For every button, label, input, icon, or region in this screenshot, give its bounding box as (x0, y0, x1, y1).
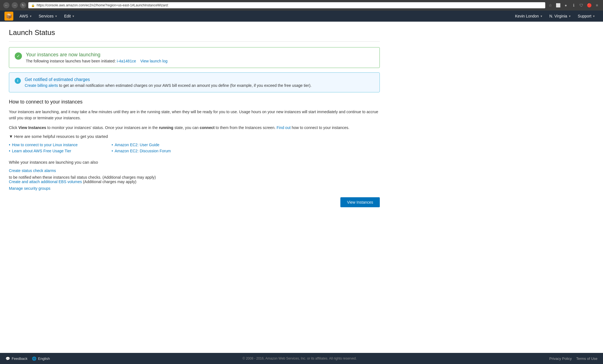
running-bold: running (159, 125, 173, 130)
info-icon[interactable]: ℹ (571, 2, 576, 8)
user-chevron-icon: ▼ (540, 15, 543, 18)
info-desc: Create billing alerts to get an email no… (25, 83, 311, 88)
connect-para2-suffix: to them from the Instances screen. (215, 125, 277, 130)
menu-icon[interactable]: ≡ (594, 2, 600, 8)
region-menu[interactable]: N. Virginia ▼ (546, 11, 574, 22)
connect-para2-middle2: state, you can (173, 125, 200, 130)
action-2-suffix: (Additional charges may apply) (83, 180, 136, 184)
reload-button[interactable]: ↻ (20, 2, 26, 8)
extension-icon[interactable]: 🔴 (586, 2, 592, 8)
manage-security-groups-link[interactable]: Manage security groups (9, 186, 380, 191)
shield-icon[interactable]: 🛡 (579, 2, 584, 8)
aws-chevron-icon: ▼ (29, 15, 32, 18)
action-1-suffix: to be notified when these instances fail… (9, 175, 156, 180)
star-icon[interactable]: ☆ (547, 2, 553, 8)
resource-link-user-guide[interactable]: Amazon EC2: User Guide (112, 143, 203, 147)
main-content: Launch Status ✓ Your instances are now l… (0, 22, 389, 229)
find-out-link[interactable]: Find out (277, 125, 291, 130)
browser-actions: ☆ ⬜ ● ℹ 🛡 🔴 ≡ (547, 2, 600, 8)
connect-heading: How to connect to your instances (9, 99, 380, 105)
actions-list: Create status check alarms to be notifie… (9, 168, 380, 191)
edit-label: Edit (64, 14, 71, 18)
forward-button[interactable]: → (12, 2, 18, 8)
support-label: Support (578, 14, 591, 18)
edit-chevron-icon: ▼ (72, 15, 75, 18)
connect-bold: connect (200, 125, 215, 130)
view-instances-bold: View Instances (18, 125, 46, 130)
services-menu[interactable]: Services ▼ (35, 11, 61, 22)
create-billing-alerts-link[interactable]: Create billing alerts (25, 83, 58, 88)
resource-link-linux[interactable]: How to connect to your Linux instance (9, 143, 100, 147)
nav-right: Kevin London ▼ N. Virginia ▼ Support ▼ (512, 11, 599, 22)
resource-link-free-tier[interactable]: Learn about AWS Free Usage Tier (9, 149, 100, 153)
page-divider (9, 41, 380, 42)
connect-para2-prefix: Click (9, 125, 18, 130)
view-instances-container: View Instances (9, 197, 380, 207)
aws-home-link[interactable]: AWS ▼ (16, 11, 35, 22)
resources-heading-text: ▼ Here are some helpful resources to get… (9, 134, 108, 139)
user-icon[interactable]: ● (563, 2, 569, 8)
while-launching-heading: While your instances are launching you c… (9, 160, 380, 165)
action-item-3: Manage security groups (9, 186, 380, 191)
connect-para1-text: Your instances are launching, and it may… (9, 110, 378, 120)
edit-menu[interactable]: Edit ▼ (61, 11, 78, 22)
url-text: https://console.aws.amazon.com/ec2/v2/ho… (37, 3, 542, 7)
region-chevron-icon: ▼ (568, 15, 571, 18)
aws-logo-icon: 📦 (6, 13, 12, 19)
aws-logo: 📦 (4, 12, 13, 21)
aws-label: AWS (19, 14, 28, 18)
view-instances-button[interactable]: View Instances (340, 197, 380, 207)
connect-para2: Click View Instances to monitor your ins… (9, 125, 380, 131)
back-button[interactable]: ← (3, 2, 9, 8)
connect-para2-middle: to monitor your instances' status. Once … (46, 125, 159, 130)
resources-heading: ▼ Here are some helpful resources to get… (9, 134, 380, 139)
support-chevron-icon: ▼ (592, 15, 595, 18)
info-circle-icon: i (15, 78, 21, 84)
connect-para1: Your instances are launching, and it may… (9, 109, 380, 121)
success-desc-prefix: The following instance launches have bee… (26, 59, 117, 63)
info-content: Get notified of estimated charges Create… (25, 77, 311, 88)
success-title: Your instances are now launching (26, 52, 167, 58)
create-status-check-link[interactable]: Create status check alarms (9, 168, 380, 173)
cast-icon[interactable]: ⬜ (555, 2, 561, 8)
view-launch-log-link[interactable]: View launch log (140, 59, 168, 63)
connect-para2-end: how to connect to your instances. (291, 125, 350, 130)
services-chevron-icon: ▼ (55, 15, 57, 18)
success-banner: ✓ Your instances are now launching The f… (9, 47, 380, 68)
user-menu[interactable]: Kevin London ▼ (512, 11, 546, 22)
browser-chrome: ← → ↻ 🔒 https://console.aws.amazon.com/e… (0, 0, 603, 11)
page-title: Launch Status (9, 28, 380, 37)
action-item-2: Create and attach additional EBS volumes… (9, 180, 380, 184)
info-banner: i Get notified of estimated charges Crea… (9, 72, 380, 92)
aws-navbar: 📦 AWS ▼ Services ▼ Edit ▼ Kevin London ▼… (0, 11, 603, 22)
info-title: Get notified of estimated charges (25, 77, 311, 82)
success-content: Your instances are now launching The fol… (26, 52, 167, 63)
support-menu[interactable]: Support ▼ (574, 11, 599, 22)
url-bar[interactable]: 🔒 https://console.aws.amazon.com/ec2/v2/… (28, 2, 545, 8)
instance-id-link[interactable]: i-4a1481ce (117, 59, 136, 63)
success-desc: The following instance launches have bee… (26, 59, 167, 63)
services-label: Services (39, 14, 54, 18)
success-icon: ✓ (15, 52, 22, 60)
lock-icon: 🔒 (31, 4, 35, 7)
create-ebs-link[interactable]: Create and attach additional EBS volumes (9, 180, 82, 184)
user-label: Kevin London (515, 14, 539, 18)
action-item-1: Create status check alarms to be notifie… (9, 168, 380, 180)
info-desc-suffix: to get an email notification when estima… (59, 83, 311, 88)
resource-link-forum[interactable]: Amazon EC2: Discussion Forum (112, 149, 203, 153)
region-label: N. Virginia (549, 14, 567, 18)
resources-grid: How to connect to your Linux instance Am… (9, 143, 203, 153)
